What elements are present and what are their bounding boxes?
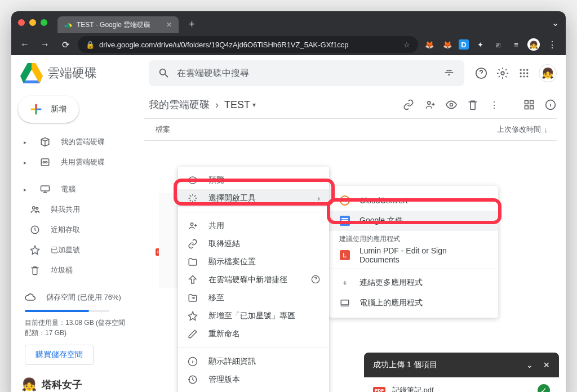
reload-button[interactable]: ⟳ xyxy=(57,37,73,52)
logo-area[interactable]: 雲端硬碟 xyxy=(20,62,144,84)
bookmark-star-icon[interactable]: ☆ xyxy=(403,41,410,49)
toast-title: 成功上傳 1 個項目 xyxy=(373,360,437,370)
sm-google-docs[interactable]: Google 文件 xyxy=(329,211,498,231)
tab-close-icon[interactable]: ✕ xyxy=(166,21,172,29)
url-input[interactable]: 🔒 drive.google.com/drive/u/0/folders/19Q… xyxy=(78,36,418,53)
cm-rename[interactable]: 重新命名 xyxy=(178,325,329,343)
shared-drives-icon xyxy=(39,157,51,168)
menu-separator xyxy=(178,212,329,212)
chrome-menu-icon[interactable]: ⋮ xyxy=(544,37,560,52)
search-bar[interactable]: 在雲端硬碟中搜尋 xyxy=(149,60,464,86)
toast-body[interactable]: PDF 記錄筆記.pdf ✓ xyxy=(364,377,559,392)
toast-filename: 記錄筆記.pdf xyxy=(392,385,434,392)
move-icon xyxy=(187,292,198,304)
more-vert-icon[interactable]: ⋮ xyxy=(488,99,500,111)
column-modified[interactable]: 上次修改時間 ↓ xyxy=(497,124,548,135)
cm-show-location[interactable]: 顯示檔案位置 xyxy=(178,253,329,271)
browser-tab[interactable]: TEST - Google 雲端硬碟 ✕ xyxy=(57,16,179,33)
new-button[interactable]: 新增 xyxy=(18,96,79,123)
help-icon[interactable] xyxy=(474,66,488,80)
sm-lumin-pdf[interactable]: LLumin PDF - Edit or Sign Documents xyxy=(329,245,498,265)
cm-share[interactable]: 共用 xyxy=(178,217,329,235)
open-with-submenu: CloudConvert Google 文件 建議使用的應用程式 LLumin … xyxy=(329,186,498,318)
delete-icon[interactable] xyxy=(467,99,479,111)
cloud-icon xyxy=(25,292,36,303)
add-person-icon[interactable] xyxy=(424,99,436,111)
sidebar-item-computers[interactable]: ▸電腦 xyxy=(11,179,136,199)
breadcrumb-root[interactable]: 我的雲端硬碟 xyxy=(149,98,210,112)
column-name[interactable]: 檔案 xyxy=(156,124,170,135)
extension-icon-d[interactable]: D xyxy=(459,39,469,50)
sm-desktop-apps[interactable]: 電腦上的應用程式 xyxy=(329,293,498,313)
extension-icon-2[interactable]: 🦊 xyxy=(441,38,454,51)
cm-move[interactable]: 移至 xyxy=(178,289,329,307)
sm-more-apps[interactable]: +連結更多應用程式 xyxy=(329,273,498,293)
help-icon[interactable] xyxy=(311,275,320,286)
dropdown-icon: ▾ xyxy=(252,101,256,109)
sidebar-item-trash[interactable]: 垃圾桶 xyxy=(11,260,136,280)
brand-icon: 👧 xyxy=(19,375,38,392)
list-header: 檔案 上次修改時間 ↓ xyxy=(144,118,557,141)
new-tab-button[interactable]: + xyxy=(189,19,195,30)
open-with-icon xyxy=(187,193,198,204)
apps-grid-icon[interactable] xyxy=(517,66,531,80)
svg-rect-26 xyxy=(530,106,534,109)
grid-view-icon[interactable] xyxy=(523,99,535,111)
breadcrumb-row: 我的雲端硬碟 › TEST ▾ ⋮ xyxy=(144,91,557,118)
svg-point-9 xyxy=(523,72,525,74)
people-icon xyxy=(29,204,41,215)
eye-icon[interactable] xyxy=(445,99,458,111)
svg-point-18 xyxy=(33,207,35,210)
plus-icon xyxy=(28,101,44,117)
cm-details[interactable]: 顯示詳細資訊 xyxy=(178,353,329,371)
svg-rect-24 xyxy=(530,101,534,104)
drive-favicon-icon xyxy=(64,21,72,29)
playlist-icon[interactable]: ≡ xyxy=(509,38,523,51)
drive-logo-icon xyxy=(20,62,43,84)
cm-add-shortcut[interactable]: 在雲端硬碟中新增捷徑 xyxy=(178,271,329,289)
sidebar-item-shared-drives[interactable]: ▸共用雲端硬碟 xyxy=(11,152,136,172)
back-button[interactable]: ← xyxy=(17,37,33,52)
toast-close-icon[interactable]: ✕ xyxy=(543,360,550,369)
svg-point-4 xyxy=(501,72,504,75)
svg-point-21 xyxy=(428,101,430,104)
chevron-down-icon[interactable]: ⌄ xyxy=(552,17,559,28)
sidebar-item-shared-with-me[interactable]: 與我共用 xyxy=(11,199,136,220)
link-icon[interactable] xyxy=(402,99,415,111)
svg-point-5 xyxy=(520,69,522,71)
cast-icon[interactable]: ⎚ xyxy=(491,38,505,51)
sidebar-item-my-drive[interactable]: ▸我的雲端硬碟 xyxy=(11,132,136,152)
svg-point-28 xyxy=(192,179,194,182)
filter-icon[interactable] xyxy=(443,67,455,79)
storage-row[interactable]: 儲存空間 (已使用 76%) xyxy=(25,292,131,303)
minimize-window[interactable] xyxy=(29,19,36,26)
sidebar-item-starred[interactable]: 已加星號 xyxy=(11,240,136,260)
cm-preview[interactable]: 預覽 xyxy=(178,171,329,189)
toast-collapse-icon[interactable]: ⌄ xyxy=(526,360,533,369)
extension-icon-1[interactable]: 🦊 xyxy=(423,38,436,51)
menu-separator xyxy=(329,269,498,269)
brand-watermark: 👧 塔科女子 xyxy=(19,375,82,392)
sidebar-item-recent[interactable]: 近期存取 xyxy=(11,220,136,240)
forward-button[interactable]: → xyxy=(37,37,53,52)
settings-gear-icon[interactable] xyxy=(496,66,509,80)
sm-cloudconvert[interactable]: CloudConvert xyxy=(329,190,498,211)
link-icon xyxy=(187,238,198,250)
extensions-puzzle-icon[interactable]: ✦ xyxy=(473,38,487,51)
cm-star[interactable]: 新增至「已加星號」專區 xyxy=(178,307,329,325)
cm-copy[interactable]: 建立副本 xyxy=(178,389,329,392)
breadcrumb: 我的雲端硬碟 › TEST ▾ xyxy=(149,98,256,112)
edit-icon xyxy=(187,328,198,340)
cm-get-link[interactable]: 取得連結 xyxy=(178,235,329,253)
buy-storage-button[interactable]: 購買儲存空間 xyxy=(25,345,94,365)
close-window[interactable] xyxy=(18,19,25,26)
star-icon xyxy=(187,310,198,322)
cm-open-with[interactable]: 選擇開啟工具› xyxy=(178,189,329,207)
info-icon[interactable] xyxy=(544,99,557,111)
profile-avatar-chrome[interactable]: 👧 xyxy=(527,38,540,51)
arrow-down-icon: ↓ xyxy=(544,126,548,134)
breadcrumb-current[interactable]: TEST ▾ xyxy=(224,99,256,111)
maximize-window[interactable] xyxy=(41,19,47,26)
profile-avatar[interactable]: 👧 xyxy=(539,64,557,82)
cm-versions[interactable]: 管理版本 xyxy=(178,371,329,389)
